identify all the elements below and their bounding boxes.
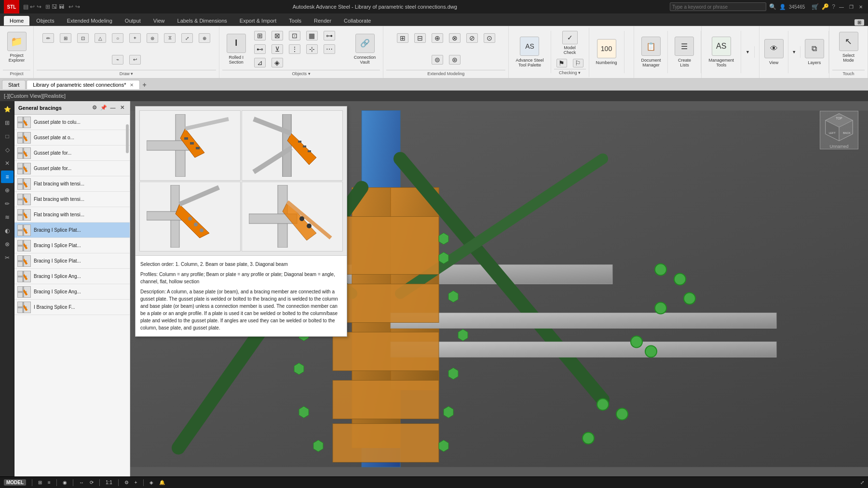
- ext-btn-1[interactable]: ⊞: [394, 32, 411, 44]
- status-target-icon[interactable]: ◈: [149, 480, 153, 485]
- tab-output[interactable]: Output: [119, 16, 147, 26]
- connection-list-item[interactable]: Bracing I Splice Plat...: [14, 223, 130, 238]
- status-rotate-icon[interactable]: ⟳: [90, 480, 94, 485]
- ext-btn-8[interactable]: ⊛: [447, 53, 463, 66]
- scroll-indicator[interactable]: [126, 124, 129, 153]
- layers-button[interactable]: ⧉ Layers: [801, 33, 828, 71]
- tab-view[interactable]: View: [148, 16, 171, 26]
- ext-btn-2[interactable]: ⊟: [412, 32, 428, 44]
- side-icon-9[interactable]: ◐: [1, 224, 14, 237]
- side-icon-1[interactable]: ⊞: [1, 117, 14, 129]
- obj-btn-5[interactable]: ⊶: [321, 29, 338, 42]
- connection-list-item[interactable]: Gusset plate for...: [14, 145, 130, 161]
- ext-btn-5[interactable]: ⊘: [464, 32, 480, 44]
- status-grid-icon[interactable]: ⊞: [38, 480, 42, 485]
- draw-btn-1[interactable]: ✏: [40, 28, 56, 49]
- side-icon-6[interactable]: ⊕: [1, 184, 14, 197]
- status-list-icon[interactable]: ≡: [48, 480, 51, 485]
- panel-close-icon[interactable]: ✕: [118, 104, 126, 112]
- side-icon-7[interactable]: ✏: [1, 198, 14, 210]
- tab-objects[interactable]: Objects: [30, 16, 60, 26]
- project-explorer-button[interactable]: 📁 ProjectExplorer: [3, 28, 30, 66]
- obj-btn-6[interactable]: ⊷: [252, 43, 268, 55]
- draw-btn-10[interactable]: ⊕: [196, 28, 213, 49]
- ext-btn-3[interactable]: ⊕: [429, 32, 446, 44]
- connection-list-item[interactable]: Gusset plate for...: [14, 161, 130, 176]
- tab-render[interactable]: Render: [308, 16, 337, 26]
- preview-cell-2[interactable]: [242, 110, 343, 181]
- draw-btn-2[interactable]: ⊞: [57, 28, 74, 49]
- minimize-button[interactable]: —: [838, 3, 845, 10]
- panel-settings-icon[interactable]: ⚙: [91, 104, 98, 112]
- tab-collaborate[interactable]: Collaborate: [338, 16, 377, 26]
- doc-tab-library-close[interactable]: ✕: [130, 82, 134, 88]
- draw-btn-12[interactable]: ↩: [127, 50, 143, 70]
- add-tab-button[interactable]: +: [143, 81, 147, 89]
- tab-home[interactable]: Home: [4, 16, 29, 26]
- check-sub-1[interactable]: ⚑: [554, 57, 570, 69]
- status-nav-icon[interactable]: ↔: [79, 480, 84, 485]
- draw-btn-4[interactable]: △: [92, 28, 108, 49]
- connection-list-item[interactable]: Gusset plate at o...: [14, 130, 130, 145]
- side-icon-5[interactable]: ≡: [1, 171, 14, 183]
- sign-icon[interactable]: 🔑: [822, 3, 829, 10]
- numbering-button[interactable]: 100 Numbering: [592, 33, 621, 71]
- side-icon-2[interactable]: □: [1, 130, 14, 143]
- tab-export-import[interactable]: Export & Import: [234, 16, 282, 26]
- obj-btn-7[interactable]: ⊻: [269, 43, 285, 55]
- draw-btn-9[interactable]: ⤢: [179, 28, 195, 49]
- obj-btn-11[interactable]: ⊿: [252, 56, 268, 69]
- advance-steel-palette-button[interactable]: AS Advance SteelTool Palette: [512, 33, 547, 71]
- connection-list-item[interactable]: Flat bracing with tensi...: [14, 207, 130, 223]
- panel-minimize-icon[interactable]: —: [109, 104, 117, 112]
- side-icon-4[interactable]: ✕: [1, 157, 14, 170]
- help-icon[interactable]: ?: [832, 3, 835, 10]
- doc-tab-library[interactable]: Library of parametric steel connections*…: [27, 80, 139, 89]
- obj-btn-3[interactable]: ⊡: [286, 29, 303, 42]
- check-sub-2[interactable]: ⚐: [570, 57, 586, 69]
- search-input[interactable]: [670, 2, 766, 11]
- create-lists-button[interactable]: ☰ CreateLists: [671, 33, 698, 71]
- status-bell-icon[interactable]: 🔔: [159, 480, 165, 485]
- connection-list-item[interactable]: Bracing I Splice Plat...: [14, 238, 130, 253]
- obj-btn-4[interactable]: ▦: [304, 29, 320, 42]
- connection-list-item[interactable]: Flat bracing with tensi...: [14, 192, 130, 207]
- view-button[interactable]: 👁 View: [760, 33, 787, 71]
- ext-btn-7[interactable]: ⊚: [429, 53, 446, 66]
- select-mode-button[interactable]: ↖ SelectMode: [835, 28, 862, 66]
- preview-cell-3[interactable]: [139, 182, 241, 252]
- tab-tools[interactable]: Tools: [283, 16, 307, 26]
- side-icon-0[interactable]: ⭐: [1, 103, 14, 116]
- connection-list-item[interactable]: Bracing I Splice Plat...: [14, 253, 130, 269]
- draw-btn-3[interactable]: ⊡: [75, 28, 91, 49]
- doc-tab-start[interactable]: Start: [2, 80, 26, 89]
- settings-dropdown-button[interactable]: ▼: [743, 48, 752, 56]
- preview-cell-1[interactable]: [139, 110, 241, 181]
- main-viewport[interactable]: Selection order: 1. Column, 2. Beam or b…: [130, 101, 868, 476]
- obj-btn-9[interactable]: ⊹: [304, 43, 320, 55]
- side-icon-3[interactable]: ◇: [1, 144, 14, 156]
- obj-btn-10[interactable]: ⋯: [321, 43, 338, 55]
- group-label-objects[interactable]: Objects ▾: [222, 70, 380, 76]
- obj-btn-8[interactable]: ⋮: [286, 43, 303, 55]
- rolled-i-section-button[interactable]: I Rolled ISection: [223, 30, 250, 68]
- status-snap-icon[interactable]: ◉: [63, 480, 67, 485]
- side-icon-10[interactable]: ⊗: [1, 238, 14, 251]
- cart-icon[interactable]: 🛒: [812, 3, 819, 10]
- draw-btn-5[interactable]: ○: [109, 28, 126, 49]
- status-expand-icon[interactable]: ⤢: [860, 480, 864, 485]
- menu-extra[interactable]: ⊞: [854, 19, 864, 26]
- draw-btn-7[interactable]: ⊛: [144, 28, 161, 49]
- status-add-icon[interactable]: +: [135, 480, 137, 485]
- view-dropdown-button[interactable]: ▼: [789, 48, 799, 56]
- nav-cube[interactable]: TOP LEFT BACK Unnamed: [820, 111, 858, 149]
- group-label-draw[interactable]: Draw ▾: [37, 70, 216, 76]
- draw-btn-6[interactable]: ⌖: [127, 28, 143, 49]
- obj-btn-2[interactable]: ⊠: [269, 29, 285, 42]
- connection-list-item[interactable]: Flat bracing with tensi...: [14, 176, 130, 192]
- connection-list-item[interactable]: I Bracing Splice F...: [14, 300, 130, 315]
- connection-list-item[interactable]: Bracing I Splice Ang...: [14, 284, 130, 300]
- obj-btn-1[interactable]: ⊞: [252, 29, 268, 42]
- ext-btn-4[interactable]: ⊗: [447, 32, 463, 44]
- tab-extended-modeling[interactable]: Extended Modeling: [61, 16, 118, 26]
